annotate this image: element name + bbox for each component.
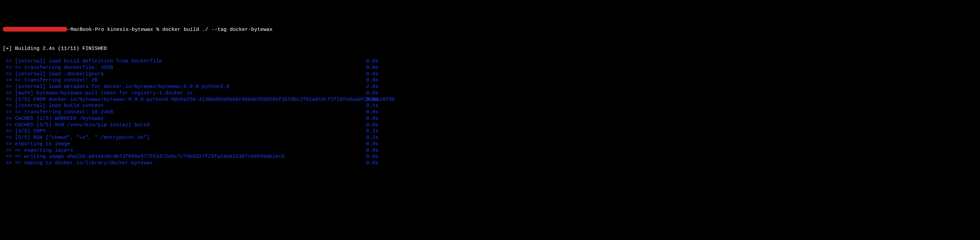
build-step-time: 0.1s [366,103,379,109]
build-step-text: exporting to image [15,141,70,148]
build-step-text: => writing image sha256:a01a840cdb73f056… [15,154,285,160]
build-step-time: 0.0s [366,116,379,122]
build-step-time: 0.1s [366,128,379,135]
build-step-row: => => transferring dockerfile: 395B0.0s [3,65,977,71]
build-step-row: => CACHED [2/5] WORKDIR /bytewax0.0s [3,116,977,122]
build-step-row: => exporting to image0.0s [3,141,977,148]
build-step-row: => => writing image sha256:a01a840cdb73f… [3,154,977,160]
build-step-row: => [1/5] FROM docker.io/bytewax/bytewax:… [3,97,977,103]
build-step-row: => [internal] load build context0.1s [3,103,977,109]
build-step-time: 0.0s [366,109,379,116]
arrow-icon: => [3,90,15,97]
build-step-time: 0.2s [366,135,379,141]
build-step-row: => => naming to docker.io/library/docker… [3,160,977,167]
arrow-icon: => [3,135,15,141]
arrow-icon: => [3,109,15,116]
build-steps-list: => [internal] load build definition from… [3,58,977,167]
arrow-icon: => [3,122,15,129]
build-step-text: [auth] bytewax/bytewax:pull token for re… [15,90,192,97]
arrow-icon: => [3,71,15,78]
build-step-text: [4/5] COPY . . [15,128,58,135]
build-step-row: => [internal] load build definition from… [3,58,977,65]
build-step-text: [internal] load .dockerignore [15,71,104,78]
build-step-text: => transferring dockerfile: 395B [15,65,113,71]
build-step-text: [1/5] FROM docker.io/bytewax/bytewax:0.9… [15,97,395,103]
shell-command: docker build ./ --tag docker-bytewax [162,27,272,33]
build-step-text: => transferring context: 10.24kB [15,109,113,116]
arrow-icon: => [3,97,15,103]
build-step-time: 0.0s [366,71,379,78]
arrow-icon: => [3,84,15,90]
build-step-time: 0.0s [366,122,379,129]
arrow-icon: => [3,141,15,148]
arrow-icon: => [3,116,15,122]
build-step-time: 0.0s [366,148,379,154]
build-step-time: 0.0s [366,77,379,84]
build-step-row: => [4/5] COPY . .0.1s [3,128,977,135]
build-step-time: 0.0s [366,97,379,103]
build-step-time: 0.0s [366,90,379,97]
redaction-bar [3,27,67,32]
build-step-time: 0.0s [366,160,379,167]
build-step-text: [internal] load metadata for docker.io/b… [15,84,229,90]
arrow-icon: => [3,103,15,109]
build-step-row: => => exporting layers0.0s [3,148,977,154]
build-step-row: => [internal] load metadata for docker.i… [3,84,977,90]
build-step-row: => => transferring context: 2B0.0s [3,77,977,84]
arrow-icon: => [3,154,15,160]
build-step-time: 0.0s [366,141,379,148]
build-step-row: => CACHED [3/5] RUN /venv/bin/pip instal… [3,122,977,129]
build-step-row: => [auth] bytewax/bytewax:pull token for… [3,90,977,97]
arrow-icon: => [3,128,15,135]
build-summary: [+] Building 2.4s (11/11) FINISHED [3,46,977,52]
build-step-text: [5/5] RUN ["chmod", "+x", "./entrypoint.… [15,135,150,141]
build-step-text: CACHED [3/5] RUN /venv/bin/pip install b… [15,122,150,129]
build-step-row: => [internal] load .dockerignore0.0s [3,71,977,78]
arrow-icon: => [3,148,15,154]
build-step-text: [internal] load build context [15,103,104,109]
arrow-icon: => [3,77,15,84]
build-step-time: 0.0s [366,58,379,65]
arrow-icon: => [3,65,15,71]
build-step-row: => => transferring context: 10.24kB0.0s [3,109,977,116]
build-step-text: [internal] load build definition from Do… [15,58,162,65]
shell-prompt-host: -MacBook-Pro kinesis-bytewax % [67,27,162,33]
build-step-text: => exporting layers [15,148,73,154]
shell-prompt-line: -MacBook-Pro kinesis-bytewax % docker bu… [3,27,977,33]
build-step-text: CACHED [2/5] WORKDIR /bytewax [15,116,104,122]
build-step-time: 0.0s [366,65,379,71]
build-step-time: 2.0s [366,84,379,90]
build-step-row: => [5/5] RUN ["chmod", "+x", "./entrypoi… [3,135,977,141]
arrow-icon: => [3,58,15,65]
arrow-icon: => [3,160,15,167]
build-step-text: => naming to docker.io/library/docker-by… [15,160,153,167]
build-step-text: => transferring context: 2B [15,77,98,84]
build-step-time: 0.0s [366,154,379,160]
